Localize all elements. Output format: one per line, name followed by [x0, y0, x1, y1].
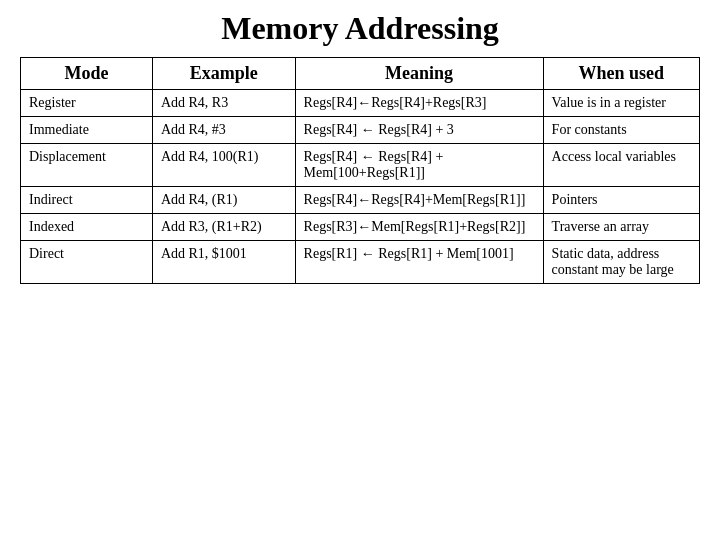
header-meaning: Meaning	[295, 58, 543, 90]
table-row: DirectAdd R1, $1001Regs[R1] ← Regs[R1] +…	[21, 241, 700, 284]
cell-when_used-4: Traverse an array	[543, 214, 699, 241]
cell-example-3: Add R4, (R1)	[152, 187, 295, 214]
cell-meaning-5: Regs[R1] ← Regs[R1] + Mem[1001]	[295, 241, 543, 284]
cell-when_used-1: For constants	[543, 117, 699, 144]
cell-when_used-2: Access local variables	[543, 144, 699, 187]
cell-mode-0: Register	[21, 90, 153, 117]
cell-meaning-1: Regs[R4] ← Regs[R4] + 3	[295, 117, 543, 144]
cell-mode-2: Displacement	[21, 144, 153, 187]
table-row: IndexedAdd R3, (R1+R2)Regs[R3]←Mem[Regs[…	[21, 214, 700, 241]
cell-example-4: Add R3, (R1+R2)	[152, 214, 295, 241]
cell-meaning-2: Regs[R4] ← Regs[R4] + Mem[100+Regs[R1]]	[295, 144, 543, 187]
cell-mode-1: Immediate	[21, 117, 153, 144]
header-example: Example	[152, 58, 295, 90]
cell-example-1: Add R4, #3	[152, 117, 295, 144]
cell-example-2: Add R4, 100(R1)	[152, 144, 295, 187]
cell-meaning-0: Regs[R4]←Regs[R4]+Regs[R3]	[295, 90, 543, 117]
header-mode: Mode	[21, 58, 153, 90]
cell-example-0: Add R4, R3	[152, 90, 295, 117]
cell-meaning-3: Regs[R4]←Regs[R4]+Mem[Regs[R1]]	[295, 187, 543, 214]
cell-when_used-5: Static data, address constant may be lar…	[543, 241, 699, 284]
cell-when_used-3: Pointers	[543, 187, 699, 214]
cell-example-5: Add R1, $1001	[152, 241, 295, 284]
cell-mode-5: Direct	[21, 241, 153, 284]
cell-mode-4: Indexed	[21, 214, 153, 241]
cell-mode-3: Indirect	[21, 187, 153, 214]
table-row: ImmediateAdd R4, #3Regs[R4] ← Regs[R4] +…	[21, 117, 700, 144]
table-row: DisplacementAdd R4, 100(R1)Regs[R4] ← Re…	[21, 144, 700, 187]
addressing-table: Mode Example Meaning When used RegisterA…	[20, 57, 700, 284]
page-title: Memory Addressing	[221, 10, 499, 47]
table-row: RegisterAdd R4, R3Regs[R4]←Regs[R4]+Regs…	[21, 90, 700, 117]
header-when-used: When used	[543, 58, 699, 90]
cell-meaning-4: Regs[R3]←Mem[Regs[R1]+Regs[R2]]	[295, 214, 543, 241]
cell-when_used-0: Value is in a register	[543, 90, 699, 117]
table-row: IndirectAdd R4, (R1)Regs[R4]←Regs[R4]+Me…	[21, 187, 700, 214]
